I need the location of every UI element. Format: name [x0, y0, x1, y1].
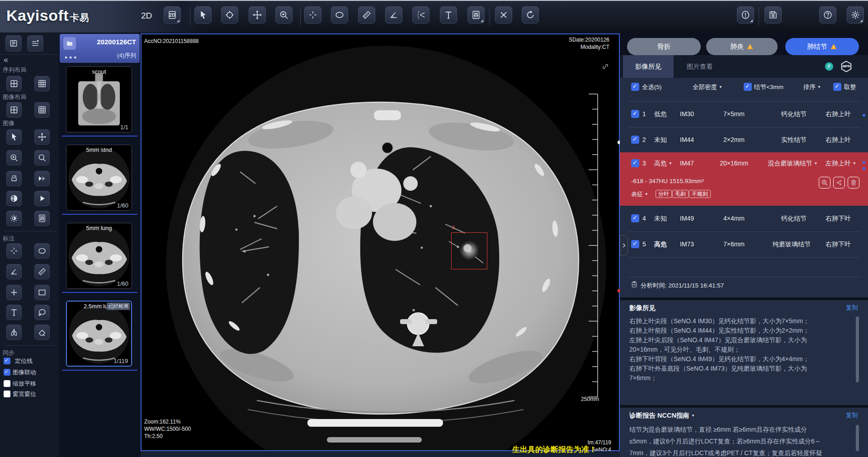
layout-2d-button[interactable]: 2D	[164, 6, 181, 24]
series-list-button[interactable]	[5, 35, 22, 52]
trait-tag[interactable]: 分叶	[656, 190, 672, 198]
image-layout-2x2-button[interactable]	[6, 102, 22, 118]
nodule-grade-dropdown[interactable]: 高危▼	[654, 160, 672, 168]
freehand-annotation-button[interactable]	[34, 305, 50, 320]
image-layout-3x3-button[interactable]	[34, 102, 50, 118]
ruler-annotation-button[interactable]	[34, 264, 50, 279]
density-dropdown[interactable]: 全部密度▼	[693, 83, 722, 91]
series-layout-3x3-button[interactable]	[34, 76, 50, 91]
tab-fracture[interactable]: 骨折	[627, 38, 701, 55]
nodule-type-dropdown[interactable]: 混合磨玻璃结节▼	[760, 160, 826, 168]
rotate-button[interactable]	[6, 171, 22, 186]
sync-window-checkbox[interactable]	[4, 391, 10, 397]
angle-tool-button[interactable]	[385, 6, 402, 24]
row-checkbox[interactable]	[631, 214, 639, 222]
nodule-row-1[interactable]: 1 低危 IM30 7×5mm 钙化结节 右肺上叶	[620, 101, 868, 127]
findings-scrollbar[interactable]	[856, 316, 859, 382]
zoom-tool-button[interactable]	[275, 6, 292, 24]
select-all-label[interactable]: 全选(5)	[642, 83, 662, 91]
ellipse-annotation-button[interactable]	[34, 243, 50, 259]
nodule-row-5[interactable]: 5 高危 IM73 7×6mm 纯磨玻璃结节 右肺下叶	[620, 231, 868, 257]
round-checkbox[interactable]	[833, 83, 841, 91]
ruler-tool-button[interactable]	[358, 6, 375, 24]
crosshair-tool-button[interactable]	[304, 6, 321, 24]
point-annotation-button[interactable]	[6, 285, 22, 300]
sync-localizer-checkbox[interactable]	[4, 358, 10, 364]
folder-button[interactable]	[63, 37, 76, 50]
link-sync-icon[interactable]	[602, 63, 609, 70]
rectangle-annotation-button[interactable]	[34, 285, 50, 300]
collapse-sidebar-button[interactable]: «	[4, 55, 8, 65]
magnifier-button[interactable]	[34, 150, 50, 165]
crosshair-annotation-button[interactable]	[6, 243, 22, 259]
nodule-zoom-button[interactable]	[819, 177, 830, 188]
close-layout-button[interactable]	[27, 35, 43, 52]
nodule-delete-button[interactable]	[848, 177, 859, 188]
pan-tool-button[interactable]	[34, 129, 50, 145]
sort-dropdown[interactable]: 排序▼	[803, 83, 821, 91]
study-header[interactable]: 20200126CT ★★★ (4)序列	[60, 34, 140, 63]
report-bubble-icon[interactable]	[824, 61, 834, 71]
save-button[interactable]	[764, 6, 782, 24]
select-tool-button[interactable]	[6, 129, 22, 145]
findings-copy-button[interactable]: 复制	[846, 304, 858, 312]
nodule-row-3-selected[interactable]: 3 高危▼ IM47 20×16mm 混合磨玻璃结节▼ 左肺上叶▼ -618 -…	[620, 152, 868, 206]
flip-horizontal-button[interactable]	[34, 171, 50, 186]
series-thumbnail-scout[interactable]: scout 1/1	[66, 66, 132, 132]
mpr-icon[interactable]: MPR	[840, 60, 853, 73]
tab-pneumonia[interactable]: 肺炎	[706, 38, 778, 55]
series-layout-2x2-button[interactable]	[6, 76, 22, 91]
nodule-row-4[interactable]: 4 未知 IM49 4×4mm 钙化结节 右肺下叶	[620, 206, 868, 231]
trait-tag[interactable]: 毛刺	[672, 190, 689, 198]
tab-image-view[interactable]: 图片查看	[677, 55, 722, 78]
brightness-button[interactable]	[6, 211, 22, 226]
panel-collapse-handle[interactable]	[620, 235, 628, 256]
row-checkbox[interactable]	[631, 240, 639, 248]
lung-segment-button[interactable]	[6, 325, 22, 340]
delete-annotation-button[interactable]	[495, 6, 512, 24]
settings-button[interactable]	[847, 6, 864, 24]
series-thumbnail-5mm-lung[interactable]: 5mm lung 1/60	[66, 223, 132, 289]
window-level-button[interactable]	[34, 211, 50, 226]
nodule-relate-button[interactable]	[833, 177, 845, 188]
small-nodule-checkbox[interactable]	[744, 83, 752, 91]
help-button[interactable]	[819, 6, 836, 24]
select-tool-button[interactable]	[194, 6, 212, 24]
trait-dropdown[interactable]: 表征▼	[631, 190, 648, 198]
reset-button[interactable]	[522, 6, 539, 24]
ct-viewport[interactable]: 3 AccNO:202101158888 SDate:20200126 Moda…	[141, 33, 620, 451]
report-copy-button[interactable]: 复制	[846, 411, 858, 419]
eraser-button[interactable]	[34, 325, 50, 340]
tab-lung-nodule[interactable]: 肺结节	[785, 38, 859, 55]
small-nodule-label[interactable]: 结节<3mm	[754, 83, 783, 91]
eraser-icon	[38, 328, 47, 337]
cobb-angle-tool-button[interactable]	[412, 6, 429, 24]
series-thumbnail-2-5mm-lung[interactable]: 2.5mm lung 已经检测 1/119	[66, 301, 132, 367]
zoom-in-button[interactable]	[6, 150, 22, 165]
trait-tag[interactable]: 不规则	[689, 190, 711, 198]
text-annotation-button[interactable]	[440, 6, 457, 24]
row-checkbox[interactable]	[631, 136, 639, 144]
series-thumbnail-5mm-stnd[interactable]: 5mm stnd 1/60	[66, 145, 132, 211]
alert-button[interactable]	[737, 6, 754, 24]
ellipse-tool-button[interactable]	[331, 6, 348, 24]
nodule-annotation-box[interactable]	[451, 232, 487, 269]
nodule-location-dropdown[interactable]: 左肺上叶▼	[826, 160, 856, 168]
select-all-checkbox[interactable]	[631, 83, 639, 91]
report-scrollbar[interactable]	[856, 425, 859, 451]
sync-image-link-checkbox[interactable]	[4, 369, 10, 376]
round-label[interactable]: 取整	[844, 83, 856, 91]
row-checkbox[interactable]	[631, 110, 639, 118]
sliders-icon	[38, 214, 47, 223]
angle-annotation-button[interactable]	[6, 264, 22, 279]
text-annotation-button[interactable]	[6, 305, 22, 320]
pan-tool-button[interactable]	[249, 6, 266, 24]
invert-button[interactable]	[6, 191, 22, 206]
localizer-tool-button[interactable]	[221, 6, 238, 24]
cine-play-button[interactable]	[34, 191, 50, 206]
sync-zoom-pan-checkbox[interactable]	[4, 380, 10, 387]
window-level-button[interactable]	[467, 6, 485, 24]
nodule-row-2[interactable]: 2 未知 IM44 2×2mm 实性结节 右肺上叶	[620, 127, 868, 152]
tab-image-findings[interactable]: 影像所见	[623, 55, 674, 78]
row-checkbox[interactable]	[631, 159, 639, 167]
